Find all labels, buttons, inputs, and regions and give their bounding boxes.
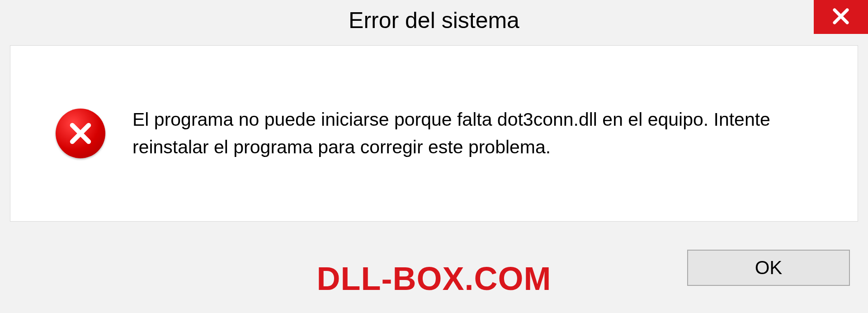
watermark-text: DLL-BOX.COM — [317, 260, 552, 297]
close-icon — [830, 5, 852, 29]
close-button[interactable] — [814, 0, 868, 34]
titlebar: Error del sistema — [0, 0, 868, 41]
dialog-title: Error del sistema — [349, 7, 519, 33]
error-icon — [56, 109, 105, 158]
ok-button[interactable]: OK — [687, 250, 850, 286]
error-message: El programa no puede iniciarse porque fa… — [132, 106, 821, 161]
footer: DLL-BOX.COM OK — [0, 232, 868, 313]
content-panel: El programa no puede iniciarse porque fa… — [10, 45, 858, 222]
